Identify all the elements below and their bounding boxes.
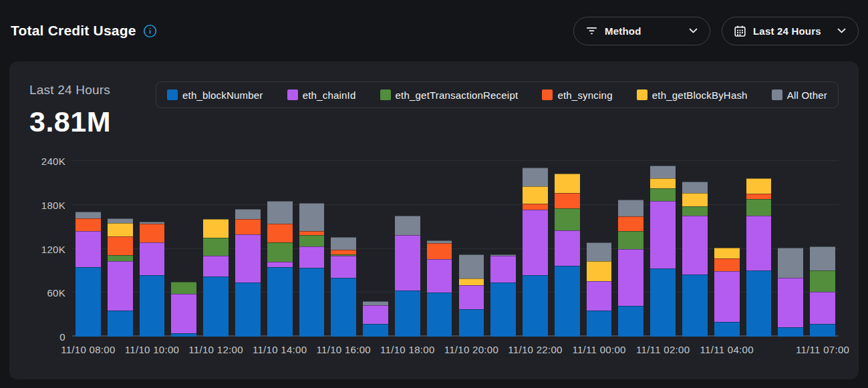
bar-segment[interactable]: [108, 255, 133, 261]
bar-segment[interactable]: [555, 174, 580, 194]
bar-segment[interactable]: [682, 193, 708, 206]
bar-segment[interactable]: [427, 259, 452, 293]
bar-segment[interactable]: [618, 306, 643, 337]
bar-segment[interactable]: [203, 219, 229, 238]
bar-segment[interactable]: [140, 224, 165, 242]
bar-segment[interactable]: [746, 199, 772, 216]
bar-segment[interactable]: [682, 182, 708, 194]
stacked-bar[interactable]: [108, 161, 133, 337]
bar-segment[interactable]: [267, 201, 293, 224]
bar-segment[interactable]: [650, 201, 676, 268]
bar-segment[interactable]: [459, 254, 484, 278]
bar-segment[interactable]: [555, 208, 580, 230]
stacked-bar[interactable]: [555, 161, 580, 337]
bar-segment[interactable]: [76, 212, 101, 218]
bar-segment[interactable]: [650, 188, 676, 202]
bar-segment[interactable]: [523, 210, 548, 275]
bar-segment[interactable]: [76, 218, 101, 232]
bar-segment[interactable]: [618, 216, 643, 231]
bar-segment[interactable]: [267, 224, 293, 242]
bar-segment[interactable]: [395, 216, 420, 234]
bar-segment[interactable]: [490, 256, 516, 282]
bar-segment[interactable]: [395, 235, 420, 290]
bar-segment[interactable]: [331, 278, 356, 337]
bar-segment[interactable]: [810, 246, 835, 270]
stacked-bar[interactable]: [299, 161, 325, 337]
bar-segment[interactable]: [235, 219, 261, 234]
bar-segment[interactable]: [523, 186, 548, 203]
bar-segment[interactable]: [171, 294, 196, 333]
bar-segment[interactable]: [555, 230, 580, 266]
bar-segment[interactable]: [203, 238, 229, 256]
bar-segment[interactable]: [587, 261, 612, 281]
bar-segment[interactable]: [459, 309, 484, 337]
bar-segment[interactable]: [235, 209, 261, 218]
stacked-bar[interactable]: [714, 161, 740, 337]
bar-segment[interactable]: [618, 200, 643, 216]
stacked-bar[interactable]: [171, 161, 196, 337]
bar-segment[interactable]: [331, 237, 356, 250]
legend-item[interactable]: eth_getTransactionReceipt: [380, 89, 519, 101]
stacked-bar[interactable]: [395, 161, 420, 337]
bar-segment[interactable]: [76, 267, 101, 337]
bar-segment[interactable]: [299, 268, 325, 337]
stacked-bar[interactable]: [682, 161, 708, 337]
bar-segment[interactable]: [490, 282, 516, 337]
bar-segment[interactable]: [746, 216, 772, 270]
bar-segment[interactable]: [746, 194, 772, 199]
bar-segment[interactable]: [203, 276, 229, 337]
bar-segment[interactable]: [267, 262, 293, 267]
bar-segment[interactable]: [108, 311, 133, 337]
bar-segment[interactable]: [587, 281, 612, 311]
bar-segment[interactable]: [650, 268, 676, 337]
bar-segment[interactable]: [714, 248, 740, 258]
bar-segment[interactable]: [267, 242, 293, 262]
stacked-bar[interactable]: [778, 161, 803, 337]
bar-segment[interactable]: [587, 242, 612, 261]
stacked-bar[interactable]: [523, 161, 548, 337]
bar-segment[interactable]: [299, 203, 325, 232]
stacked-bar[interactable]: [587, 161, 612, 337]
bar-segment[interactable]: [587, 311, 612, 337]
bar-segment[interactable]: [108, 218, 133, 224]
bar-segment[interactable]: [650, 166, 676, 179]
bar-segment[interactable]: [267, 267, 293, 337]
legend-item[interactable]: All Other: [772, 89, 827, 101]
bar-segment[interactable]: [331, 250, 356, 255]
stacked-bar[interactable]: [427, 161, 452, 337]
stacked-bar[interactable]: [331, 161, 356, 337]
bar-segment[interactable]: [555, 266, 580, 337]
bar-segment[interactable]: [171, 282, 196, 295]
time-range-dropdown[interactable]: Last 24 Hours: [722, 17, 859, 45]
bar-segment[interactable]: [714, 271, 740, 322]
stacked-bar[interactable]: [76, 161, 101, 337]
bar-segment[interactable]: [203, 256, 229, 276]
bar-segment[interactable]: [618, 231, 643, 248]
bar-segment[interactable]: [363, 305, 388, 324]
stacked-bar[interactable]: [140, 161, 165, 337]
bar-segment[interactable]: [523, 168, 548, 186]
bar-segment[interactable]: [555, 193, 580, 208]
bar-segment[interactable]: [395, 290, 420, 337]
stacked-bar[interactable]: [235, 161, 261, 337]
stacked-bar[interactable]: [490, 161, 516, 337]
bar-segment[interactable]: [746, 270, 772, 337]
bar-segment[interactable]: [523, 275, 548, 337]
legend-item[interactable]: eth_getBlockByHash: [637, 89, 748, 101]
bar-segment[interactable]: [76, 231, 101, 267]
bar-segment[interactable]: [140, 242, 165, 275]
bar-segment[interactable]: [427, 293, 452, 337]
bar-segment[interactable]: [714, 258, 740, 272]
bar-segment[interactable]: [810, 324, 835, 337]
bar-segment[interactable]: [235, 282, 261, 337]
bar-segment[interactable]: [108, 236, 133, 255]
info-icon[interactable]: [143, 24, 157, 38]
bar-segment[interactable]: [682, 274, 708, 337]
bar-segment[interactable]: [363, 324, 388, 337]
bar-segment[interactable]: [778, 278, 803, 327]
bar-segment[interactable]: [650, 178, 676, 188]
bar-segment[interactable]: [714, 322, 740, 337]
bar-segment[interactable]: [299, 246, 325, 268]
bar-segment[interactable]: [682, 216, 708, 274]
bar-segment[interactable]: [459, 285, 484, 309]
